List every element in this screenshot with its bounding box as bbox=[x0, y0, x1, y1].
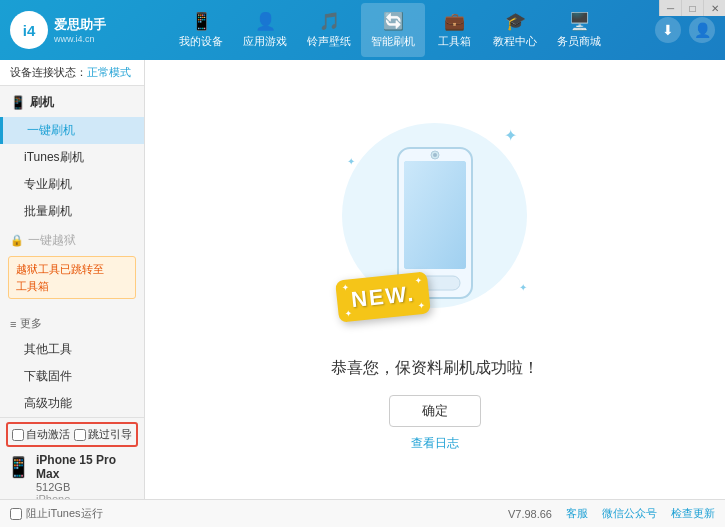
my-device-icon: 📱 bbox=[191, 11, 212, 32]
user-button[interactable]: 👤 bbox=[689, 17, 715, 43]
svg-rect-2 bbox=[404, 161, 466, 269]
more-label: 更多 bbox=[20, 316, 42, 331]
guide-activate-checkbox[interactable] bbox=[74, 429, 86, 441]
phone-illustration: ✦ ✦ ✦ bbox=[325, 108, 545, 348]
sidebar-item-other-tools[interactable]: 其他工具 bbox=[0, 336, 144, 363]
header: i4 爱思助手 www.i4.cn 📱 我的设备 👤 应用游戏 🎵 铃声壁纸 🔄… bbox=[0, 0, 725, 60]
new-badge: ✦ ✦ NEW. ✦ ✦ bbox=[335, 271, 431, 322]
smart-flash-label: 智能刷机 bbox=[371, 34, 415, 49]
nav-tab-smart-flash[interactable]: 🔄 智能刷机 bbox=[361, 3, 425, 57]
sidebar-item-batch-flash[interactable]: 批量刷机 bbox=[0, 198, 144, 225]
bottom-left: 阻止iTunes运行 bbox=[10, 506, 103, 521]
content-area: ✦ ✦ ✦ bbox=[145, 60, 725, 499]
status-label: 设备连接状态： bbox=[10, 66, 87, 78]
auto-activate-checkbox[interactable] bbox=[12, 429, 24, 441]
itunes-label: 阻止iTunes运行 bbox=[26, 506, 103, 521]
ringtones-icon: 🎵 bbox=[319, 11, 340, 32]
new-badge-stars-bottom-left: ✦ bbox=[344, 308, 353, 319]
new-badge-stars-right: ✦ bbox=[414, 274, 423, 285]
logo-text: 爱思助手 www.i4.cn bbox=[54, 16, 106, 44]
logo-title: 爱思助手 bbox=[54, 16, 106, 34]
warning-box: 越狱工具已跳转至工具箱 bbox=[8, 256, 136, 299]
service-icon: 🖥️ bbox=[569, 11, 590, 32]
sidebar-item-itunes-flash[interactable]: iTunes刷机 bbox=[0, 144, 144, 171]
itunes-checkbox[interactable] bbox=[10, 508, 22, 520]
sidebar-item-pro-flash[interactable]: 专业刷机 bbox=[0, 171, 144, 198]
nav-tab-apps[interactable]: 👤 应用游戏 bbox=[233, 3, 297, 57]
tutorials-icon: 🎓 bbox=[505, 11, 526, 32]
other-tools-label: 其他工具 bbox=[24, 342, 72, 356]
pro-flash-label: 专业刷机 bbox=[24, 177, 72, 191]
auto-activate-row: 自动激活 跳过引导 bbox=[6, 422, 138, 447]
new-badge-text: NEW. bbox=[350, 280, 417, 313]
logo: i4 爱思助手 www.i4.cn bbox=[10, 11, 125, 49]
toolbox-label: 工具箱 bbox=[438, 34, 471, 49]
sidebar-item-download-firmware[interactable]: 下载固件 bbox=[0, 363, 144, 390]
new-badge-stars-bottom-right: ✦ bbox=[417, 300, 426, 311]
sidebar-item-one-key-flash[interactable]: 一键刷机 bbox=[0, 117, 144, 144]
auto-activate-checkbox-label[interactable]: 自动激活 bbox=[12, 427, 70, 442]
status-value: 正常模式 bbox=[87, 66, 131, 78]
smart-flash-icon: 🔄 bbox=[383, 11, 404, 32]
nav-tab-ringtones[interactable]: 🎵 铃声壁纸 bbox=[297, 3, 361, 57]
download-firmware-label: 下载固件 bbox=[24, 369, 72, 383]
svg-point-4 bbox=[433, 153, 437, 157]
tutorials-label: 教程中心 bbox=[493, 34, 537, 49]
device-type: iPhone bbox=[36, 493, 138, 499]
nav-tab-service[interactable]: 🖥️ 务员商城 bbox=[547, 3, 611, 57]
flash-section-header: 📱 刷机 bbox=[0, 88, 144, 117]
status-bar: 设备连接状态：正常模式 bbox=[0, 60, 144, 86]
guide-activate-checkbox-label[interactable]: 跳过引导 bbox=[74, 427, 132, 442]
sparkle-bottom-right: ✦ bbox=[519, 282, 527, 293]
main-layout: 设备连接状态：正常模式 📱 刷机 一键刷机 iTunes刷机 专业刷机 批量刷机… bbox=[0, 60, 725, 499]
nav-tab-my-device[interactable]: 📱 我的设备 bbox=[169, 3, 233, 57]
one-key-flash-label: 一键刷机 bbox=[27, 123, 75, 137]
device-name: iPhone 15 Pro Max bbox=[36, 453, 138, 481]
advanced-label: 高级功能 bbox=[24, 396, 72, 410]
flash-section-icon: 📱 bbox=[10, 95, 26, 110]
feedback-link[interactable]: 客服 bbox=[566, 506, 588, 521]
new-badge-stars-top: ✦ bbox=[341, 282, 350, 293]
confirm-button[interactable]: 确定 bbox=[389, 395, 481, 427]
more-section-header: ≡ 更多 bbox=[0, 311, 144, 336]
download-button[interactable]: ⬇ bbox=[655, 17, 681, 43]
sidebar-item-advanced[interactable]: 高级功能 bbox=[0, 390, 144, 417]
header-right: ⬇ 👤 bbox=[655, 17, 715, 43]
apps-label: 应用游戏 bbox=[243, 34, 287, 49]
close-button[interactable]: ✕ bbox=[703, 0, 725, 16]
my-device-label: 我的设备 bbox=[179, 34, 223, 49]
bottom-right: V7.98.66 客服 微信公众号 检查更新 bbox=[508, 506, 715, 521]
toolbox-icon: 💼 bbox=[444, 11, 465, 32]
version-label: V7.98.66 bbox=[508, 508, 552, 520]
wechat-link[interactable]: 微信公众号 bbox=[602, 506, 657, 521]
jailbreak-disabled: 🔒 一键越狱 bbox=[0, 227, 144, 254]
log-link-label: 查看日志 bbox=[411, 436, 459, 450]
device-phone-icon: 📱 bbox=[6, 455, 31, 479]
sparkle-left: ✦ bbox=[347, 156, 355, 167]
ringtones-label: 铃声壁纸 bbox=[307, 34, 351, 49]
minimize-button[interactable]: ─ bbox=[659, 0, 681, 16]
sidebar: 设备连接状态：正常模式 📱 刷机 一键刷机 iTunes刷机 专业刷机 批量刷机… bbox=[0, 60, 145, 499]
device-details: iPhone 15 Pro Max 512GB iPhone bbox=[36, 453, 138, 499]
device-storage: 512GB bbox=[36, 481, 138, 493]
device-section: 自动激活 跳过引导 📱 iPhone 15 Pro Max 512GB iPho… bbox=[0, 417, 144, 499]
nav-tab-toolbox[interactable]: 💼 工具箱 bbox=[425, 3, 483, 57]
view-log-link[interactable]: 查看日志 bbox=[411, 435, 459, 452]
nav-tabs: 📱 我的设备 👤 应用游戏 🎵 铃声壁纸 🔄 智能刷机 💼 工具箱 🎓 教程中心… bbox=[125, 3, 655, 57]
warning-text: 越狱工具已跳转至工具箱 bbox=[16, 263, 104, 292]
logo-subtitle: www.i4.cn bbox=[54, 34, 106, 44]
nav-tab-tutorials[interactable]: 🎓 教程中心 bbox=[483, 3, 547, 57]
sparkle-top-right: ✦ bbox=[504, 126, 517, 145]
bottom-bar: 阻止iTunes运行 V7.98.66 客服 微信公众号 检查更新 bbox=[0, 499, 725, 527]
guide-activate-label: 跳过引导 bbox=[88, 427, 132, 442]
logo-icon: i4 bbox=[10, 11, 48, 49]
service-label: 务员商城 bbox=[557, 34, 601, 49]
jailbreak-label: 一键越狱 bbox=[28, 232, 76, 249]
maximize-button[interactable]: □ bbox=[681, 0, 703, 16]
lock-icon: 🔒 bbox=[10, 234, 24, 247]
confirm-button-label: 确定 bbox=[422, 403, 448, 418]
auto-activate-label: 自动激活 bbox=[26, 427, 70, 442]
check-update-link[interactable]: 检查更新 bbox=[671, 506, 715, 521]
more-icon: ≡ bbox=[10, 318, 16, 330]
flash-section-label: 刷机 bbox=[30, 94, 54, 111]
